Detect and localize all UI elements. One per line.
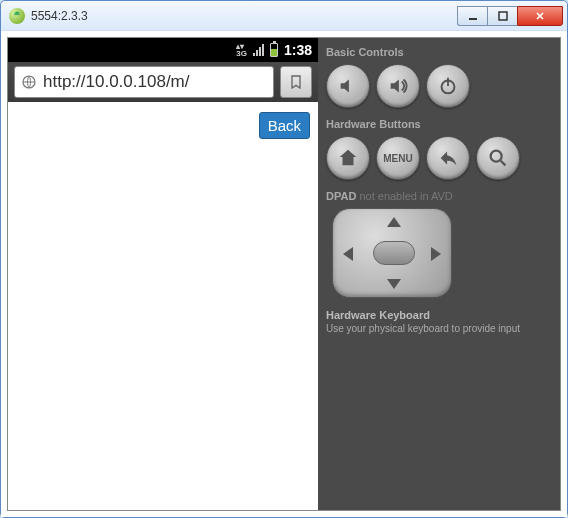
close-button[interactable] xyxy=(517,6,563,26)
maximize-button[interactable] xyxy=(487,6,517,26)
back-button[interactable]: Back xyxy=(259,112,310,139)
page-content[interactable]: Back xyxy=(8,102,318,510)
power-button[interactable] xyxy=(426,64,470,108)
svg-point-1 xyxy=(18,13,19,14)
basic-controls-title: Basic Controls xyxy=(326,46,552,58)
dpad-text: DPAD xyxy=(326,190,356,202)
search-button[interactable] xyxy=(476,136,520,180)
keyboard-title: Hardware Keyboard xyxy=(326,308,552,322)
emulator-frame: ▴▾3G 1:38 http://10.0.0.108/m/ xyxy=(7,37,561,511)
window-title: 5554:2.3.3 xyxy=(31,9,457,23)
url-input[interactable]: http://10.0.0.108/m/ xyxy=(14,66,274,98)
dpad-center[interactable] xyxy=(373,241,415,265)
minimize-button[interactable] xyxy=(457,6,487,26)
network-3g-icon: ▴▾3G xyxy=(236,43,247,57)
dpad-status: not enabled in AVD xyxy=(359,190,452,202)
svg-point-0 xyxy=(15,13,16,14)
battery-icon xyxy=(270,43,278,57)
bookmark-button[interactable] xyxy=(280,66,312,98)
device-screen: ▴▾3G 1:38 http://10.0.0.108/m/ xyxy=(8,38,318,510)
dpad-up[interactable] xyxy=(387,217,401,227)
dpad-down[interactable] xyxy=(387,279,401,289)
svg-rect-2 xyxy=(469,18,477,20)
svg-rect-3 xyxy=(499,12,507,20)
android-icon xyxy=(9,8,25,24)
emulator-side-panel: Basic Controls Hardware Buttons MENU xyxy=(318,38,560,510)
app-window: 5554:2.3.3 ▴▾3G 1:38 xyxy=(0,0,568,518)
back-hw-button[interactable] xyxy=(426,136,470,180)
hardware-buttons-title: Hardware Buttons xyxy=(326,118,552,130)
page-icon xyxy=(21,74,37,90)
dpad xyxy=(332,208,452,298)
volume-down-button[interactable] xyxy=(326,64,370,108)
keyboard-note: Hardware Keyboard Use your physical keyb… xyxy=(326,308,552,335)
android-status-bar: ▴▾3G 1:38 xyxy=(8,38,318,62)
status-time: 1:38 xyxy=(284,42,312,58)
browser-address-bar: http://10.0.0.108/m/ xyxy=(8,62,318,102)
volume-up-button[interactable] xyxy=(376,64,420,108)
window-titlebar[interactable]: 5554:2.3.3 xyxy=(1,1,567,31)
dpad-left[interactable] xyxy=(343,247,353,261)
signal-icon xyxy=(253,44,264,56)
keyboard-text: Use your physical keyboard to provide in… xyxy=(326,323,520,334)
dpad-right[interactable] xyxy=(431,247,441,261)
url-text: http://10.0.0.108/m/ xyxy=(43,72,189,92)
client-area: ▴▾3G 1:38 http://10.0.0.108/m/ xyxy=(1,31,567,517)
dpad-label: DPAD not enabled in AVD xyxy=(326,190,552,202)
menu-button[interactable]: MENU xyxy=(376,136,420,180)
home-button[interactable] xyxy=(326,136,370,180)
svg-rect-6 xyxy=(447,78,449,86)
window-controls xyxy=(457,6,563,26)
svg-point-7 xyxy=(491,151,502,162)
